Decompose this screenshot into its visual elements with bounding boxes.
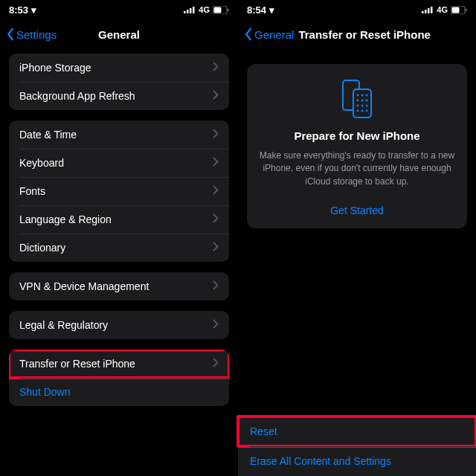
settings-row-legal-regulatory[interactable]: Legal & Regulatory (9, 311, 229, 339)
svg-rect-5 (214, 7, 222, 13)
settings-group: iPhone Storage Background App Refresh (9, 54, 229, 110)
svg-rect-2 (190, 8, 192, 13)
svg-point-26 (361, 110, 364, 112)
left-screenshot: 8:53 ▾ 4G Settings General iPhone Storag… (0, 0, 238, 476)
svg-rect-0 (184, 11, 186, 13)
svg-rect-12 (452, 7, 460, 13)
nav-bar: Settings General (0, 19, 238, 49)
svg-rect-9 (428, 8, 430, 13)
settings-group: Transfer or Reset iPhone Shut Down (9, 350, 229, 406)
chevron-right-icon (213, 62, 219, 74)
settings-row-iphone-storage[interactable]: iPhone Storage (9, 54, 229, 82)
row-label: Reset (250, 425, 464, 437)
svg-point-18 (366, 94, 368, 97)
back-button[interactable]: General (244, 28, 294, 41)
chevron-right-icon (213, 129, 219, 141)
network-label: 4G (199, 5, 210, 14)
settings-group: Legal & Regulatory (9, 311, 229, 339)
chevron-right-icon (213, 185, 219, 197)
settings-row-shut-down[interactable]: Shut Down (9, 378, 229, 406)
right-screenshot: 8:54 ▾ 4G General Transfer or Reset iPho… (238, 0, 476, 476)
back-label: Settings (16, 28, 57, 41)
status-time: 8:53 ▾ (9, 4, 36, 16)
settings-row-date-time[interactable]: Date & Time (9, 120, 229, 149)
svg-rect-1 (187, 10, 189, 13)
settings-row-vpn-device-management[interactable]: VPN & Device Management (9, 272, 229, 300)
svg-point-23 (361, 105, 364, 107)
svg-rect-13 (466, 8, 467, 11)
row-label: Erase All Content and Settings (250, 455, 464, 467)
page-title: Transfer or Reset iPhone (298, 28, 470, 41)
row-label: Shut Down (19, 386, 219, 398)
promo-body: Make sure everything's ready to transfer… (257, 149, 457, 188)
battery-icon (213, 6, 229, 14)
svg-point-21 (366, 100, 368, 102)
back-label: General (254, 28, 294, 41)
settings-row-keyboard[interactable]: Keyboard (9, 149, 229, 177)
svg-point-16 (357, 94, 359, 97)
settings-group: Date & Time Keyboard Fonts Language & Re… (9, 120, 229, 262)
settings-content: iPhone Storage Background App Refresh Da… (0, 49, 238, 476)
row-label: VPN & Device Management (19, 280, 213, 292)
chevron-right-icon (213, 242, 219, 254)
bottom-actions: Reset Erase All Content and Settings (238, 416, 476, 476)
reset-button[interactable]: Reset (238, 416, 476, 446)
devices-icon (257, 79, 457, 119)
chevron-right-icon (213, 319, 219, 331)
row-label: Keyboard (19, 157, 213, 169)
svg-point-22 (357, 105, 359, 107)
svg-rect-7 (422, 11, 424, 13)
back-button[interactable]: Settings (6, 28, 57, 41)
prepare-card: Prepare for New iPhone Make sure everyth… (247, 64, 467, 228)
status-time: 8:54 ▾ (247, 4, 274, 16)
svg-point-27 (366, 110, 368, 112)
svg-rect-3 (193, 7, 195, 13)
status-bar: 8:53 ▾ 4G (0, 0, 238, 19)
row-label: Legal & Regulatory (19, 319, 213, 331)
status-bar: 8:54 ▾ 4G (238, 0, 476, 19)
settings-row-language-region[interactable]: Language & Region (9, 205, 229, 234)
erase-all-button[interactable]: Erase All Content and Settings (238, 446, 476, 476)
settings-group: VPN & Device Management (9, 272, 229, 300)
svg-rect-15 (353, 89, 371, 118)
chevron-right-icon (213, 157, 219, 169)
row-label: Transfer or Reset iPhone (19, 358, 213, 370)
row-label: Background App Refresh (19, 90, 213, 102)
signal-icon (184, 6, 196, 13)
row-label: Fonts (19, 185, 213, 197)
settings-row-dictionary[interactable]: Dictionary (9, 234, 229, 262)
nav-bar: General Transfer or Reset iPhone (238, 19, 476, 49)
signal-icon (422, 6, 434, 13)
row-label: Dictionary (19, 242, 213, 254)
svg-point-20 (361, 100, 364, 102)
svg-rect-10 (431, 7, 433, 13)
chevron-right-icon (213, 213, 219, 225)
battery-icon (451, 6, 467, 14)
settings-row-fonts[interactable]: Fonts (9, 177, 229, 205)
settings-row-background-app-refresh[interactable]: Background App Refresh (9, 82, 229, 110)
row-label: Date & Time (19, 129, 213, 141)
row-label: Language & Region (19, 213, 213, 225)
chevron-right-icon (213, 358, 219, 370)
get-started-button[interactable]: Get Started (257, 205, 457, 216)
svg-point-25 (357, 110, 359, 112)
chevron-right-icon (213, 90, 219, 102)
settings-row-transfer-reset[interactable]: Transfer or Reset iPhone (9, 350, 229, 378)
svg-point-17 (361, 94, 364, 97)
network-label: 4G (437, 5, 448, 14)
chevron-right-icon (213, 280, 219, 292)
svg-point-24 (366, 105, 368, 107)
svg-rect-6 (228, 8, 229, 11)
promo-heading: Prepare for New iPhone (257, 129, 457, 142)
svg-point-19 (357, 100, 359, 102)
row-label: iPhone Storage (19, 62, 213, 74)
svg-rect-8 (425, 10, 427, 13)
